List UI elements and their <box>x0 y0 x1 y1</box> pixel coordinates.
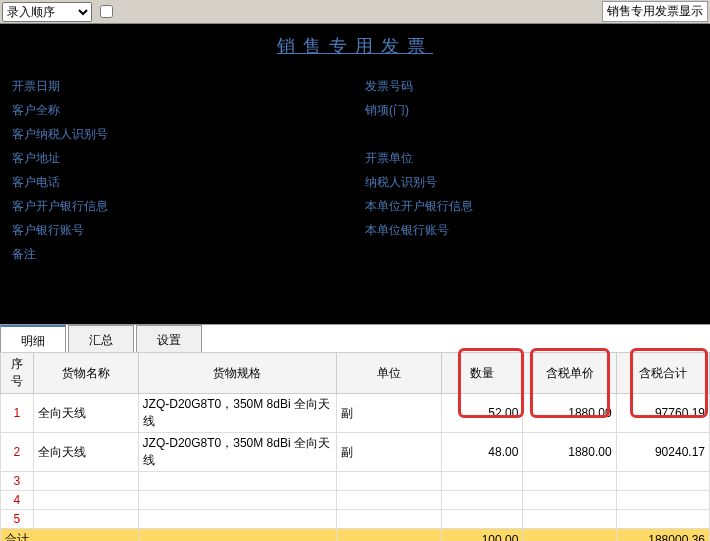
cell-qty[interactable]: 48.00 <box>441 433 523 472</box>
field-label: 销项(门) <box>365 102 455 119</box>
total-amount: 188000.36 <box>616 529 709 542</box>
cell-name[interactable]: 全向天线 <box>33 394 138 433</box>
field-label: 客户电话 <box>12 174 102 191</box>
col-unit[interactable]: 单位 <box>336 353 441 394</box>
cell-price[interactable]: 1880.00 <box>523 394 616 433</box>
col-name[interactable]: 货物名称 <box>33 353 138 394</box>
cell-unit[interactable]: 副 <box>336 433 441 472</box>
cell-spec[interactable] <box>138 510 336 529</box>
cell-qty[interactable]: 52.00 <box>441 394 523 433</box>
cell-spec[interactable]: JZQ-D20G8T0，350M 8dBi 全向天线 <box>138 394 336 433</box>
col-qty[interactable]: 数量 <box>441 353 523 394</box>
invoice-title: 销售专用发票 <box>12 34 698 58</box>
cell-spec[interactable]: JZQ-D20G8T0，350M 8dBi 全向天线 <box>138 433 336 472</box>
cell-price[interactable] <box>523 510 616 529</box>
tabs: 明细 汇总 设置 <box>0 324 710 352</box>
cell-seq[interactable]: 5 <box>1 510 34 529</box>
cell-total[interactable] <box>616 491 709 510</box>
cell-seq[interactable]: 4 <box>1 491 34 510</box>
invoice-header: 销售专用发票 开票日期 客户全称 客户纳税人识别号 客户地址 客户电话 客户开户… <box>0 24 710 324</box>
left-fields: 开票日期 客户全称 客户纳税人识别号 客户地址 客户电话 客户开户银行信息 客户… <box>12 78 365 270</box>
table-row[interactable]: 4 <box>1 491 710 510</box>
right-fields: 发票号码 销项(门) 开票单位 纳税人识别号 本单位开户银行信息 本单位银行账号 <box>365 78 698 270</box>
col-price[interactable]: 含税单价 <box>523 353 616 394</box>
cell-total[interactable] <box>616 510 709 529</box>
cell-name[interactable]: 全向天线 <box>33 433 138 472</box>
cell-unit[interactable] <box>336 491 441 510</box>
cell-seq[interactable]: 1 <box>1 394 34 433</box>
field-label: 客户地址 <box>12 150 102 167</box>
field-label: 开票单位 <box>365 150 455 167</box>
total-row: 合计 100.00 188000.36 <box>1 529 710 542</box>
total-qty: 100.00 <box>441 529 523 542</box>
tab-summary[interactable]: 汇总 <box>68 325 134 352</box>
cell-unit[interactable] <box>336 510 441 529</box>
col-seq[interactable]: 序号 <box>1 353 34 394</box>
checkbox-area <box>100 5 117 18</box>
field-label: 客户银行账号 <box>12 222 102 239</box>
cell-price[interactable]: 1880.00 <box>523 433 616 472</box>
cell-name[interactable] <box>33 491 138 510</box>
cell-qty[interactable] <box>441 491 523 510</box>
cell-unit[interactable]: 副 <box>336 394 441 433</box>
detail-table[interactable]: 序号 货物名称 货物规格 单位 数量 含税单价 含税合计 1全向天线JZQ-D2… <box>0 352 710 541</box>
cell-spec[interactable] <box>138 472 336 491</box>
table-row[interactable]: 2全向天线JZQ-D20G8T0，350M 8dBi 全向天线副48.00188… <box>1 433 710 472</box>
cell-price[interactable] <box>523 491 616 510</box>
cell-price[interactable] <box>523 472 616 491</box>
detail-table-area: 序号 货物名称 货物规格 单位 数量 含税单价 含税合计 1全向天线JZQ-D2… <box>0 352 710 541</box>
toolbar-checkbox[interactable] <box>100 5 113 18</box>
tab-settings[interactable]: 设置 <box>136 325 202 352</box>
table-row[interactable]: 3 <box>1 472 710 491</box>
display-mode-badge[interactable]: 销售专用发票显示 <box>602 1 708 22</box>
field-label: 发票号码 <box>365 78 455 95</box>
field-label: 纳税人识别号 <box>365 174 455 191</box>
table-row[interactable]: 1全向天线JZQ-D20G8T0，350M 8dBi 全向天线副52.00188… <box>1 394 710 433</box>
cell-qty[interactable] <box>441 510 523 529</box>
field-label: 客户全称 <box>12 102 102 119</box>
cell-seq[interactable]: 2 <box>1 433 34 472</box>
col-spec[interactable]: 货物规格 <box>138 353 336 394</box>
field-label: 客户纳税人识别号 <box>12 126 108 143</box>
col-total[interactable]: 含税合计 <box>616 353 709 394</box>
order-dropdown[interactable]: 录入顺序 <box>2 2 92 22</box>
field-label: 客户开户银行信息 <box>12 198 108 215</box>
total-label: 合计 <box>1 529 139 542</box>
cell-total[interactable]: 90240.17 <box>616 433 709 472</box>
cell-total[interactable] <box>616 472 709 491</box>
cell-name[interactable] <box>33 472 138 491</box>
cell-seq[interactable]: 3 <box>1 472 34 491</box>
top-toolbar: 录入顺序 销售专用发票显示 <box>0 0 710 24</box>
field-label: 本单位开户银行信息 <box>365 198 473 215</box>
cell-unit[interactable] <box>336 472 441 491</box>
cell-total[interactable]: 97760.19 <box>616 394 709 433</box>
field-label: 开票日期 <box>12 78 102 95</box>
table-row[interactable]: 5 <box>1 510 710 529</box>
field-label: 本单位银行账号 <box>365 222 455 239</box>
tab-detail[interactable]: 明细 <box>0 325 66 352</box>
field-label: 备注 <box>12 246 102 263</box>
cell-qty[interactable] <box>441 472 523 491</box>
cell-name[interactable] <box>33 510 138 529</box>
cell-spec[interactable] <box>138 491 336 510</box>
